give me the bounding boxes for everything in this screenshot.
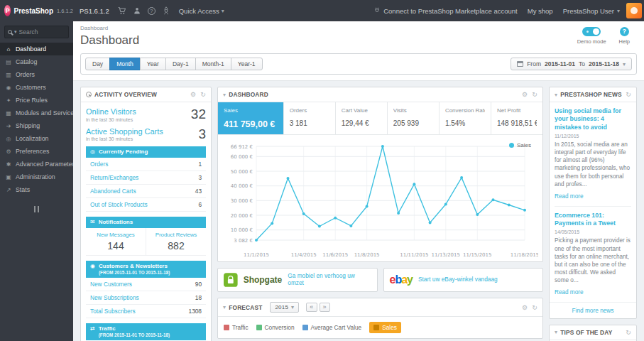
caret-icon: ▾ bbox=[555, 329, 557, 335]
prestashop-logo[interactable]: P PrestaShop 1.6.1.2 bbox=[0, 5, 73, 16]
kpi-conversion-rate[interactable]: Conversion Rate1.54% bbox=[440, 102, 491, 134]
chevron-down-icon: ▾ bbox=[623, 61, 626, 67]
quick-access-menu[interactable]: Quick Access ▾ bbox=[179, 7, 224, 15]
sidebar-item-label: Shipping bbox=[16, 122, 40, 129]
legend-label: Sales bbox=[517, 142, 531, 148]
sidebar-item-dashboard[interactable]: ⌂Dashboard bbox=[0, 43, 73, 55]
modules-icon: ▦ bbox=[5, 110, 12, 117]
ebay-promo: ebay Start uw eBay-winkel vandaag bbox=[383, 268, 544, 292]
swatch-icon bbox=[373, 325, 379, 330]
sidebar-item-stats[interactable]: ↗Stats bbox=[0, 183, 73, 196]
stat-label[interactable]: Online Visitors bbox=[86, 107, 136, 117]
article-title[interactable]: Using social media for your business: 4 … bbox=[555, 107, 631, 131]
kpi-cart-value[interactable]: Cart Value129,44 € bbox=[336, 102, 388, 134]
sidebar-item-label: Stats bbox=[16, 186, 30, 193]
filter-button-day-1[interactable]: Day-1 bbox=[165, 58, 196, 70]
news-article: Ecommerce 101: Payments in a Tweet 14/05… bbox=[555, 206, 631, 297]
ebay-logo: ebay bbox=[390, 274, 413, 286]
read-more-link[interactable]: Read more bbox=[555, 289, 584, 296]
read-more-link[interactable]: Read more bbox=[555, 193, 584, 200]
panel-title: PRESTASHOP NEWS bbox=[560, 91, 622, 98]
sidebar-item-catalog[interactable]: ▤Catalog bbox=[0, 55, 73, 68]
help-button[interactable]: ? Help bbox=[619, 27, 630, 45]
gear-icon[interactable]: ⚙ bbox=[522, 91, 528, 98]
kpi-net-profit[interactable]: Net Profit148 918,51 € bbox=[491, 102, 542, 134]
chevron-down-icon: ▾ bbox=[222, 8, 224, 14]
refresh-icon[interactable]: ↻ bbox=[626, 91, 631, 98]
traffic-section-header: ⇄ Traffic(FROM 2015-11-01 TO 2015-11-18) bbox=[86, 323, 206, 340]
help-circle-icon[interactable]: ? bbox=[148, 7, 155, 15]
gear-icon[interactable]: ⚙ bbox=[522, 304, 528, 311]
sidebar-item-orders[interactable]: ▥Orders bbox=[0, 68, 73, 81]
sidebar-item-administration[interactable]: ▣Administration bbox=[0, 170, 73, 183]
product-reviews-cell[interactable]: Product Reviews882 bbox=[146, 228, 206, 255]
svg-text:60 000 €: 60 000 € bbox=[231, 154, 253, 160]
user-menu[interactable]: PrestaShop User ▾ bbox=[563, 7, 620, 15]
prev-button[interactable]: « bbox=[306, 303, 317, 312]
sidebar-item-customers[interactable]: ◉Customers bbox=[0, 81, 73, 94]
svg-text:11/15/2015: 11/15/2015 bbox=[463, 252, 491, 258]
calendar-icon bbox=[517, 61, 523, 67]
filter-button-month[interactable]: Month bbox=[109, 58, 141, 70]
date-range-picker[interactable]: From 2015-11-01 To 2015-11-18 ▾ bbox=[511, 58, 632, 70]
sidebar-item-shipping[interactable]: ➔Shipping bbox=[0, 119, 73, 132]
sidebar-item-modules[interactable]: ▦Modules and Services bbox=[0, 107, 73, 119]
forecast-year-select[interactable]: 2015 ▾ bbox=[270, 302, 299, 313]
refresh-icon[interactable]: ↻ bbox=[532, 91, 537, 98]
sidebar-item-label: Preferences bbox=[16, 148, 49, 155]
caret-icon: ▾ bbox=[223, 92, 226, 98]
marketplace-link[interactable]: Connect to PrestaShop Marketplace accoun… bbox=[373, 7, 518, 15]
shopgate-link[interactable]: Ga mobiel en verhoog uw omzet bbox=[288, 273, 371, 287]
legend-item-sales[interactable]: Sales bbox=[369, 322, 401, 333]
legend-item-traffic[interactable]: Traffic bbox=[224, 324, 249, 331]
customers-row: New Customers90 bbox=[86, 278, 206, 291]
sidebar-item-label: Modules and Services bbox=[16, 109, 73, 117]
toggle-icon[interactable] bbox=[582, 27, 601, 36]
sidebar-item-label: Customers bbox=[16, 84, 46, 91]
advanced-parameters-icon: ✱ bbox=[5, 161, 12, 168]
new-messages-cell[interactable]: New Messages144 bbox=[86, 228, 146, 255]
sidebar-item-price-rules[interactable]: ✦Price Rules bbox=[0, 94, 73, 107]
sidebar-item-preferences[interactable]: ⚙Preferences bbox=[0, 145, 73, 158]
stat-label[interactable]: Active Shopping Carts bbox=[86, 127, 163, 136]
find-more-news-link[interactable]: Find more news bbox=[550, 302, 636, 318]
filter-button-year-1[interactable]: Year-1 bbox=[231, 58, 263, 70]
filter-button-day[interactable]: Day bbox=[85, 58, 110, 70]
demo-mode-toggle[interactable]: Demo mode bbox=[577, 27, 606, 45]
filter-button-month-1[interactable]: Month-1 bbox=[195, 58, 231, 70]
page-title: Dashboard bbox=[80, 33, 637, 48]
rocket-icon[interactable] bbox=[162, 6, 170, 15]
next-button[interactable]: » bbox=[320, 303, 330, 312]
kpi-sales[interactable]: Sales411 759,00 € bbox=[218, 102, 284, 134]
search-input[interactable] bbox=[19, 28, 56, 36]
activity-overview-panel: ACTIVITY OVERVIEW ⚙ ↻ Online Visitors in… bbox=[80, 87, 212, 341]
shop-name-link[interactable]: PS1.6.1.2 bbox=[80, 7, 109, 15]
cart-icon[interactable] bbox=[118, 6, 126, 15]
kpi-visits[interactable]: Visits205 939 bbox=[388, 102, 440, 134]
refresh-icon[interactable]: ↻ bbox=[532, 304, 537, 311]
my-shop-link[interactable]: My shop bbox=[528, 7, 553, 15]
date-from: 2015-11-01 bbox=[545, 60, 575, 67]
refresh-icon[interactable]: ↻ bbox=[200, 91, 206, 98]
sidebar-collapse-button[interactable] bbox=[32, 206, 42, 212]
legend-item-conversion[interactable]: Conversion bbox=[256, 324, 295, 331]
topbar-icons: ? bbox=[118, 6, 170, 15]
ebay-link[interactable]: Start uw eBay-winkel vandaag bbox=[418, 276, 498, 283]
notifications-cells: New Messages144 Product Reviews882 bbox=[86, 228, 206, 256]
sidebar-item-label: Price Rules bbox=[16, 97, 48, 104]
quick-access-label: Quick Access bbox=[179, 7, 219, 15]
kpi-orders[interactable]: Orders3 181 bbox=[284, 102, 336, 134]
user-icon[interactable] bbox=[133, 6, 141, 15]
sidebar-item-advanced-parameters[interactable]: ✱Advanced Parameters bbox=[0, 158, 73, 170]
sidebar-item-localization[interactable]: ◎Localization bbox=[0, 132, 73, 145]
gear-icon[interactable]: ⚙ bbox=[190, 91, 196, 98]
user-avatar[interactable] bbox=[626, 3, 642, 18]
search-scope-caret-icon[interactable]: ▾ bbox=[14, 29, 17, 35]
prestashop-admin: P PrestaShop 1.6.1.2 PS1.6.1.2 ? Quick A… bbox=[0, 0, 644, 341]
date-filter-bar: Day Month Year Day-1 Month-1 Year-1 From… bbox=[80, 53, 637, 75]
breadcrumb: Dashboard bbox=[80, 25, 637, 31]
filter-button-year[interactable]: Year bbox=[140, 58, 166, 70]
refresh-icon[interactable]: ↻ bbox=[626, 329, 631, 336]
legend-item-average-cart-value[interactable]: Average Cart Value bbox=[302, 324, 362, 331]
article-title[interactable]: Ecommerce 101: Payments in a Tweet bbox=[555, 212, 631, 228]
